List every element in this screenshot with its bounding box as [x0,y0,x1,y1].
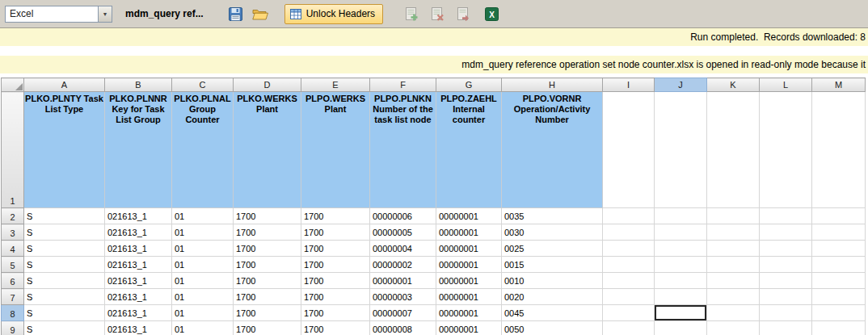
cell-L7[interactable] [760,289,812,305]
row-header-9[interactable]: 9 [2,321,24,335]
cell-C8[interactable]: 01 [172,305,234,321]
cell-J4[interactable] [655,241,707,257]
cell-G2[interactable]: 00000001 [436,208,502,224]
cell-G9[interactable]: 00000001 [436,321,502,335]
cell-F9[interactable]: 00000008 [370,321,436,335]
cell-D5[interactable]: 1700 [234,257,301,273]
cell-C2[interactable]: 01 [172,208,234,224]
export-sheet-button[interactable] [453,4,472,23]
cell-E9[interactable]: 1700 [301,321,370,335]
row-header-4[interactable]: 4 [2,241,24,257]
cell-E3[interactable]: 1700 [301,224,370,241]
cell-E5[interactable]: 1700 [301,257,370,273]
column-header-F[interactable]: F [370,78,436,92]
cell-A5[interactable]: S [24,257,105,273]
cell-H5[interactable]: 0015 [502,257,603,273]
row-header-1[interactable]: 1 [2,92,24,208]
cell-F4[interactable]: 00000004 [370,241,436,257]
cell-K4[interactable] [707,241,760,257]
cell-G3[interactable]: 00000001 [436,224,502,241]
cell-M9[interactable] [812,321,866,335]
cell-E4[interactable]: 1700 [301,241,370,257]
cell-G8[interactable]: 00000001 [436,305,502,321]
cell-J9[interactable] [655,321,707,335]
cell-A4[interactable]: S [24,241,105,257]
cell-E8[interactable]: 1700 [301,305,370,321]
column-header-H[interactable]: H [502,78,603,92]
field-header-cell-F1[interactable]: PLPO.PLNKN Number of the task list node [370,92,436,208]
row-header-5[interactable]: 5 [2,257,24,273]
cell-B3[interactable]: 021613_1 [105,224,172,241]
column-header-M[interactable]: M [812,78,866,92]
column-header-L[interactable]: L [760,78,812,92]
cell-H3[interactable]: 0030 [502,224,603,241]
cell-J2[interactable] [655,208,707,224]
cell-F8[interactable]: 00000007 [370,305,436,321]
cell-D3[interactable]: 1700 [234,224,301,241]
column-header-G[interactable]: G [436,78,502,92]
cell-K8[interactable] [707,305,760,321]
cell-M6[interactable] [812,273,866,289]
cell-M4[interactable] [812,241,866,257]
cell-J3[interactable] [655,224,707,241]
cell-C3[interactable]: 01 [172,224,234,241]
cell-A6[interactable]: S [24,273,105,289]
cell-G6[interactable]: 00000001 [436,273,502,289]
cell-L9[interactable] [760,321,812,335]
field-header-cell-B1[interactable]: PLKO.PLNNR Key for Task List Group [105,92,172,208]
column-header-C[interactable]: C [172,78,234,92]
cell-L3[interactable] [760,224,812,241]
mode-dropdown[interactable]: Excel ▼ [5,6,112,23]
cell-K1[interactable] [707,92,760,208]
field-header-cell-E1[interactable]: PLPO.WERKS Plant [301,92,370,208]
field-header-cell-G1[interactable]: PLPO.ZAEHL Internal counter [436,92,502,208]
cell-D4[interactable]: 1700 [234,241,301,257]
cell-H8[interactable]: 0045 [502,305,603,321]
column-header-A[interactable]: A [24,78,105,92]
cell-J1[interactable] [655,92,707,208]
row-header-3[interactable]: 3 [2,224,24,241]
cell-I1[interactable] [603,92,655,208]
cell-C9[interactable]: 01 [172,321,234,335]
row-header-6[interactable]: 6 [2,273,24,289]
cell-D8[interactable]: 1700 [234,305,301,321]
cell-I4[interactable] [603,241,655,257]
cell-M8[interactable] [812,305,866,321]
cell-A3[interactable]: S [24,224,105,241]
cell-G7[interactable]: 00000001 [436,289,502,305]
cell-I2[interactable] [603,208,655,224]
cell-A7[interactable]: S [24,289,105,305]
cell-B8[interactable]: 021613_1 [105,305,172,321]
cell-F2[interactable]: 00000006 [370,208,436,224]
cell-I7[interactable] [603,289,655,305]
delete-sheet-button[interactable] [427,4,446,23]
cell-F3[interactable]: 00000005 [370,224,436,241]
cell-H4[interactable]: 0025 [502,241,603,257]
save-button[interactable] [226,4,246,23]
cell-H6[interactable]: 0010 [502,273,603,289]
cell-F7[interactable]: 00000003 [370,289,436,305]
cell-B4[interactable]: 021613_1 [105,241,172,257]
field-header-cell-C1[interactable]: PLKO.PLNAL Group Counter [172,92,234,208]
cell-D2[interactable]: 1700 [234,208,301,224]
cell-G4[interactable]: 00000001 [436,241,502,257]
cell-I9[interactable] [603,321,655,335]
cell-L5[interactable] [760,257,812,273]
cell-B2[interactable]: 021613_1 [105,208,172,224]
cell-H2[interactable]: 0035 [502,208,603,224]
cell-B9[interactable]: 021613_1 [105,321,172,335]
cell-H9[interactable]: 0050 [502,321,603,335]
open-button[interactable] [251,4,270,23]
dropdown-arrow-icon[interactable]: ▼ [98,6,112,22]
cell-F5[interactable]: 00000002 [370,257,436,273]
cell-K5[interactable] [707,257,760,273]
cell-C5[interactable]: 01 [172,257,234,273]
cell-J8[interactable] [655,305,707,321]
cell-M1[interactable] [812,92,866,208]
cell-K2[interactable] [707,208,760,224]
cell-E2[interactable]: 1700 [301,208,370,224]
cell-M5[interactable] [812,257,866,273]
excel-button[interactable]: X [482,4,501,23]
cell-I8[interactable] [603,305,655,321]
cell-D9[interactable]: 1700 [234,321,301,335]
